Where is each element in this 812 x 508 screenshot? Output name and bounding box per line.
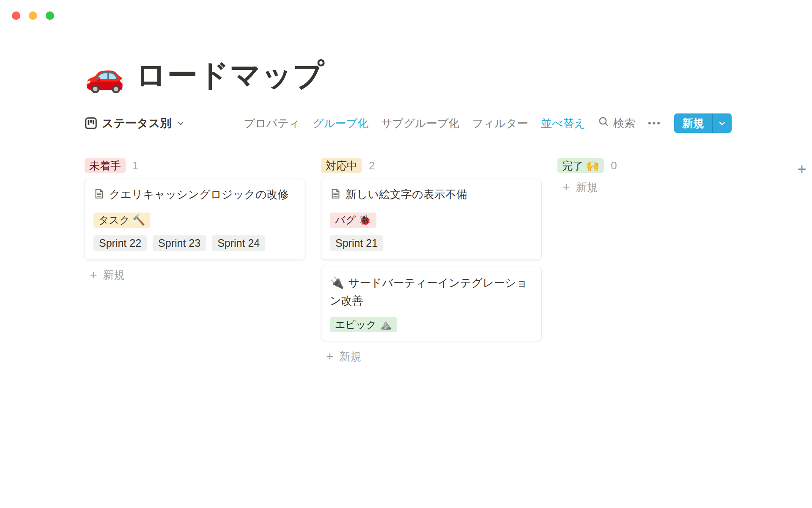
column-count: 2 [369, 159, 375, 172]
toolbar-menu: プロパティ グループ化 サブグループ化 フィルター 並べ替え 検索 ••• 新規 [244, 113, 732, 133]
card-title: クエリキャッシングロジックの改修 [93, 186, 296, 205]
search-label: 検索 [613, 116, 635, 131]
card-emoji-display-bug[interactable]: 新しい絵文字の表示不備 バグ 🐞 Sprint 21 [321, 179, 542, 260]
view-name-label: ステータス別 [102, 116, 172, 131]
card-query-caching[interactable]: クエリキャッシングロジックの改修 タスク 🔨 Sprint 22 Sprint … [85, 179, 305, 260]
tag-bug: バグ 🐞 [330, 213, 376, 228]
card-sprints: Sprint 21 [330, 235, 533, 251]
view-selector[interactable]: ステータス別 [85, 116, 185, 131]
page-title-text[interactable]: ロードマップ [136, 55, 324, 96]
menu-item-properties[interactable]: プロパティ [244, 116, 300, 131]
add-card-label: 新規 [340, 349, 362, 364]
column-done: 完了 🙌 0 + 新規 [557, 158, 778, 196]
menu-item-sort[interactable]: 並べ替え [541, 116, 585, 131]
page-icon-car-emoji[interactable]: 🚗 [85, 59, 125, 91]
close-window-button[interactable] [12, 11, 20, 20]
add-card-label: 新規 [576, 180, 598, 195]
card-tags: エピック ⛰️ [330, 317, 533, 332]
search-button[interactable]: 検索 [598, 116, 635, 131]
column-header[interactable]: 未着手 1 [85, 158, 305, 173]
add-group-button[interactable]: + [794, 162, 809, 177]
plus-icon: + [797, 160, 806, 178]
menu-item-subgroup[interactable]: サブグループ化 [381, 116, 459, 131]
plus-icon: + [326, 350, 334, 363]
more-options-icon[interactable]: ••• [648, 118, 661, 129]
plus-icon: + [90, 269, 97, 282]
column-header[interactable]: 対応中 2 [321, 158, 542, 173]
new-button-dropdown[interactable] [712, 113, 732, 133]
card-title: 新しい絵文字の表示不備 [330, 186, 533, 205]
tag-task: タスク 🔨 [93, 213, 150, 228]
card-tags: タスク 🔨 [93, 213, 296, 228]
document-icon [330, 187, 341, 205]
search-icon [598, 116, 609, 130]
column-not-started: 未着手 1 クエリキャッシングロジックの改修 タスク 🔨 [85, 158, 305, 284]
add-card-button[interactable]: + 新規 [85, 267, 305, 284]
menu-item-group[interactable]: グループ化 [313, 116, 368, 131]
kanban-board: 未着手 1 クエリキャッシングロジックの改修 タスク 🔨 [85, 158, 732, 365]
column-in-progress: 対応中 2 新しい絵文字の表示不備 バグ 🐞 [321, 158, 542, 365]
add-card-button[interactable]: + 新規 [557, 179, 778, 196]
board-view-icon [85, 117, 97, 130]
plug-emoji-icon: 🔌 [330, 276, 344, 289]
card-third-party-integration[interactable]: 🔌サードバーティーインテグレーション改善 エピック ⛰️ [321, 267, 542, 342]
plus-icon: + [562, 181, 570, 193]
add-card-label: 新規 [103, 268, 125, 282]
card-sprints: Sprint 22 Sprint 23 Sprint 24 [93, 235, 296, 251]
page-title: 🚗 ロードマップ [85, 55, 732, 96]
column-count: 1 [132, 159, 138, 172]
minimize-window-button[interactable] [29, 11, 37, 20]
card-title: 🔌サードバーティーインテグレーション改善 [330, 274, 533, 310]
card-title-text: サードバーティーインテグレーション改善 [330, 276, 527, 307]
add-card-button[interactable]: + 新規 [321, 348, 542, 365]
sprint-pill: Sprint 24 [212, 235, 265, 251]
view-toolbar: ステータス別 プロパティ グループ化 サブグループ化 フィルター 並べ替え 検索… [85, 113, 732, 133]
zoom-window-button[interactable] [46, 11, 54, 20]
new-button-label[interactable]: 新規 [674, 113, 712, 133]
menu-item-filter[interactable]: フィルター [472, 116, 528, 131]
card-title-text: クエリキャッシングロジックの改修 [109, 188, 289, 201]
page-content: 🚗 ロードマップ ステータス別 プロパティ グループ化 サブグループ化 フィルタ [85, 0, 732, 365]
column-header[interactable]: 完了 🙌 0 [557, 158, 778, 173]
card-title-text: 新しい絵文字の表示不備 [346, 188, 467, 201]
new-button[interactable]: 新規 [674, 113, 732, 133]
status-badge: 完了 🙌 [557, 158, 604, 173]
tag-epic: エピック ⛰️ [330, 317, 397, 332]
card-tags: バグ 🐞 [330, 213, 533, 228]
status-badge: 対応中 [321, 158, 362, 173]
document-icon [93, 187, 105, 205]
status-badge: 未着手 [85, 158, 126, 173]
column-count: 0 [611, 159, 617, 172]
sprint-pill: Sprint 21 [330, 235, 383, 251]
sprint-pill: Sprint 22 [93, 235, 147, 251]
window-controls [12, 11, 54, 20]
chevron-down-icon [176, 119, 185, 127]
sprint-pill: Sprint 23 [153, 235, 206, 251]
